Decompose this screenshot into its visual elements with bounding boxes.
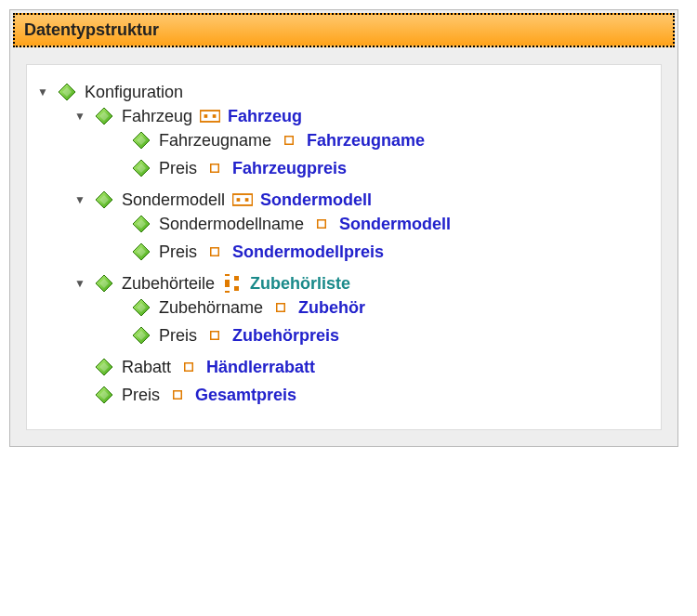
tree-row: ▼FahrzeugFahrzeug <box>73 106 651 126</box>
small-square-icon <box>204 158 225 178</box>
tree-children: ▶ZubehörnameZubehör▶PreisZubehörpreis <box>73 294 651 349</box>
dual-square-icon <box>232 190 253 210</box>
node-label: Zubehörname <box>159 298 263 318</box>
node-label: Fahrzeugname <box>159 131 271 151</box>
diamond-icon <box>131 242 151 262</box>
panel: Datentypstruktur ▼Konfiguration▼Fahrzeug… <box>9 9 678 447</box>
node-label: Rabatt <box>122 358 171 377</box>
type-reference[interactable]: Sondermodell <box>260 190 372 210</box>
type-reference[interactable]: Sondermodellpreis <box>232 242 384 262</box>
panel-title: Datentypstruktur <box>24 20 159 39</box>
type-reference[interactable]: Sondermodell <box>339 215 451 234</box>
tree-row: ▼ZubehörteileZubehörliste <box>73 273 651 294</box>
diamond-icon <box>94 190 114 210</box>
tree-children: ▼FahrzeugFahrzeug▶FahrzeugnameFahrzeugna… <box>36 102 651 409</box>
expand-toggle[interactable]: ▼ <box>73 277 86 290</box>
node-label: Sondermodell <box>122 190 225 210</box>
tree-children: ▶FahrzeugnameFahrzeugname▶PreisFahrzeugp… <box>73 126 651 182</box>
list-frame-icon <box>222 273 243 294</box>
expand-toggle[interactable]: ▼ <box>73 110 86 123</box>
type-reference[interactable]: Gesamtpreis <box>195 386 296 405</box>
small-square-icon <box>204 325 225 346</box>
diamond-icon <box>57 82 77 102</box>
small-square-icon <box>204 242 225 262</box>
small-square-icon <box>178 357 199 377</box>
tree-node: ▶PreisFahrzeugpreis <box>111 154 651 182</box>
tree-row: ▶FahrzeugnameFahrzeugname <box>111 130 651 151</box>
type-reference[interactable]: Fahrzeugpreis <box>232 159 347 178</box>
tree-row: ▶RabattHändlerrabatt <box>73 357 651 377</box>
tree-row: ▶PreisGesamtpreis <box>73 385 651 405</box>
tree-row: ▶ZubehörnameZubehör <box>111 297 651 318</box>
tree-node: ▼Konfiguration▼FahrzeugFahrzeug▶Fahrzeug… <box>36 78 651 413</box>
tree-node: ▼SondermodellSondermodell▶Sondermodellna… <box>73 186 651 269</box>
small-square-icon <box>167 385 188 405</box>
node-label: Sondermodellname <box>159 215 304 234</box>
tree-row: ▶SondermodellnameSondermodell <box>111 214 651 234</box>
tree-row: ▶PreisFahrzeugpreis <box>111 158 651 178</box>
dual-square-icon <box>200 106 220 126</box>
diamond-icon <box>131 158 151 178</box>
node-label: Fahrzeug <box>122 107 192 126</box>
tree-row: ▶PreisSondermodellpreis <box>111 242 651 262</box>
type-reference[interactable]: Zubehör <box>298 298 365 318</box>
tree-node: ▼ZubehörteileZubehörliste▶ZubehörnameZub… <box>73 269 651 353</box>
type-reference[interactable]: Händlerrabatt <box>206 358 315 377</box>
tree-node: ▶PreisGesamtpreis <box>73 381 651 409</box>
diamond-icon <box>131 214 151 234</box>
tree-row: ▶PreisZubehörpreis <box>111 325 651 346</box>
tree-root: ▼Konfiguration▼FahrzeugFahrzeug▶Fahrzeug… <box>36 78 651 413</box>
small-square-icon <box>270 297 291 318</box>
diamond-icon <box>94 357 114 377</box>
node-label: Konfiguration <box>85 83 183 102</box>
node-label: Preis <box>122 386 160 405</box>
small-square-icon <box>279 130 299 151</box>
type-reference[interactable]: Zubehörpreis <box>232 326 339 346</box>
tree-node: ▶PreisSondermodellpreis <box>111 238 651 266</box>
node-label: Preis <box>159 326 197 346</box>
expand-toggle[interactable]: ▼ <box>36 85 49 98</box>
small-square-icon <box>311 214 332 234</box>
tree-row: ▼SondermodellSondermodell <box>73 190 651 210</box>
tree-node: ▼FahrzeugFahrzeug▶FahrzeugnameFahrzeugna… <box>73 102 651 186</box>
tree-node: ▶SondermodellnameSondermodell <box>111 210 651 238</box>
diamond-icon <box>131 297 151 318</box>
diamond-icon <box>94 385 114 405</box>
diamond-icon <box>131 130 151 151</box>
node-label: Preis <box>159 159 197 178</box>
node-label: Zubehörteile <box>122 274 215 294</box>
type-reference[interactable]: Zubehörliste <box>250 274 350 294</box>
panel-body: ▼Konfiguration▼FahrzeugFahrzeug▶Fahrzeug… <box>26 64 662 430</box>
tree-node: ▶ZubehörnameZubehör <box>111 294 651 321</box>
tree-children: ▶SondermodellnameSondermodell▶PreisSonde… <box>73 210 651 266</box>
node-label: Preis <box>159 242 197 262</box>
tree-node: ▶RabattHändlerrabatt <box>73 353 651 381</box>
panel-header: Datentypstruktur <box>13 13 675 47</box>
tree-node: ▶PreisZubehörpreis <box>111 321 651 349</box>
tree-node: ▶FahrzeugnameFahrzeugname <box>111 126 651 154</box>
diamond-icon <box>94 273 114 294</box>
type-reference[interactable]: Fahrzeug <box>228 107 302 126</box>
diamond-icon <box>131 325 151 346</box>
expand-toggle[interactable]: ▼ <box>73 193 86 206</box>
diamond-icon <box>94 106 114 126</box>
type-reference[interactable]: Fahrzeugname <box>307 131 425 151</box>
tree-row: ▼Konfiguration <box>36 82 651 102</box>
